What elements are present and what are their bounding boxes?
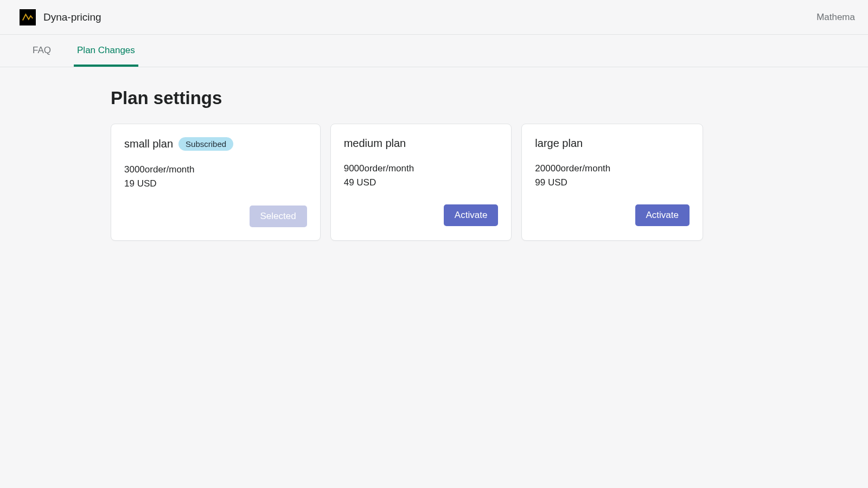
- topbar-left: Dyna-pricing: [20, 9, 101, 25]
- plan-price: 19 USD: [124, 177, 307, 191]
- tab-faq[interactable]: FAQ: [29, 36, 54, 67]
- app-logo-icon: [20, 9, 36, 25]
- status-badge: Subscribed: [178, 137, 233, 151]
- plan-price: 49 USD: [344, 176, 499, 190]
- shop-name: Mathema: [816, 12, 855, 23]
- plan-quota: 9000order/month: [344, 162, 499, 176]
- plan-card-small: small plan Subscribed 3000order/month 19…: [111, 124, 321, 241]
- plan-grid: small plan Subscribed 3000order/month 19…: [111, 124, 703, 241]
- page-title: Plan settings: [111, 88, 703, 108]
- plan-name: large plan: [535, 137, 583, 150]
- plan-action: Activate: [344, 204, 499, 226]
- activate-button[interactable]: Activate: [635, 204, 690, 226]
- plan-action: Activate: [535, 204, 690, 226]
- page-inner: Plan settings small plan Subscribed 3000…: [111, 88, 703, 241]
- plan-price: 99 USD: [535, 176, 690, 190]
- activate-button[interactable]: Activate: [444, 204, 498, 226]
- plan-details: 20000order/month 99 USD: [535, 162, 690, 189]
- plan-details: 3000order/month 19 USD: [124, 163, 307, 190]
- plan-name: medium plan: [344, 137, 406, 150]
- plan-quota: 20000order/month: [535, 162, 690, 176]
- plan-action: Selected: [124, 206, 307, 227]
- plan-card-medium: medium plan 9000order/month 49 USD Activ…: [330, 124, 512, 241]
- topbar: Dyna-pricing Mathema: [0, 0, 868, 35]
- tabbar: FAQ Plan Changes: [0, 35, 868, 67]
- plan-details: 9000order/month 49 USD: [344, 162, 499, 189]
- selected-button: Selected: [250, 206, 307, 227]
- page: Plan settings small plan Subscribed 3000…: [0, 67, 868, 241]
- plan-name: small plan: [124, 138, 173, 150]
- plan-header: medium plan: [344, 137, 499, 150]
- plan-header: large plan: [535, 137, 690, 150]
- tab-plan-changes[interactable]: Plan Changes: [74, 36, 138, 67]
- plan-quota: 3000order/month: [124, 163, 307, 177]
- plan-header: small plan Subscribed: [124, 137, 307, 151]
- plan-card-large: large plan 20000order/month 99 USD Activ…: [521, 124, 703, 241]
- app-name: Dyna-pricing: [43, 11, 101, 23]
